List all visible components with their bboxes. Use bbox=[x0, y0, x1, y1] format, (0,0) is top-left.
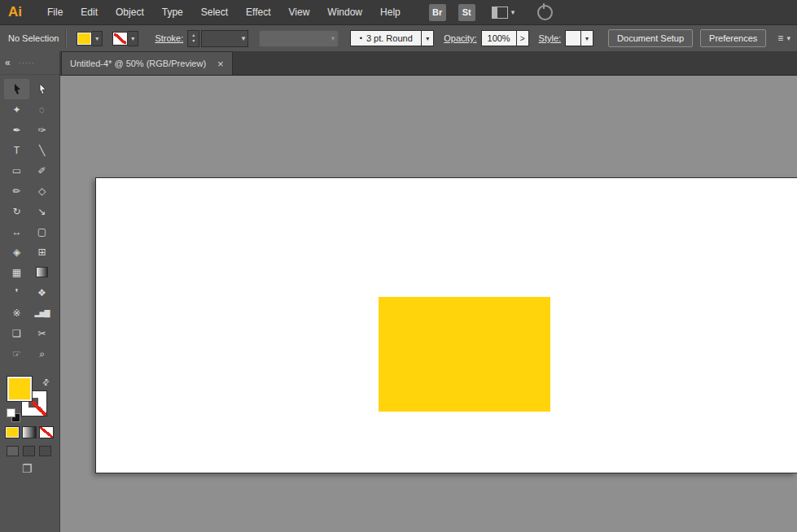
workspace-switcher-icon[interactable] bbox=[492, 7, 508, 19]
opacity-label[interactable]: Opacity: bbox=[444, 33, 476, 43]
column-graph-icon: ▂▅▇ bbox=[35, 309, 50, 317]
chevron-down-icon[interactable]: ▾ bbox=[511, 8, 515, 16]
menu-object[interactable]: Object bbox=[107, 0, 153, 24]
eyedropper-icon: ❜ bbox=[15, 287, 19, 299]
slice-tool[interactable]: ✂ bbox=[29, 323, 55, 343]
pen-tool[interactable]: ✒ bbox=[4, 120, 29, 140]
panel-flyout-icon[interactable]: ≡ ▾ bbox=[777, 33, 790, 44]
chevron-down-icon: ▾ bbox=[95, 35, 99, 42]
curvature-tool[interactable]: ✑ bbox=[29, 120, 55, 140]
style-label[interactable]: Style: bbox=[539, 33, 562, 43]
artboard-tool[interactable]: ❏ bbox=[4, 323, 29, 343]
opacity-input[interactable]: 100% bbox=[481, 30, 517, 46]
brush-definition-value: 3 pt. Round bbox=[366, 33, 413, 43]
menu-effect[interactable]: Effect bbox=[237, 0, 279, 24]
stepper-down-icon[interactable]: ▾ bbox=[192, 38, 195, 44]
perspective-grid-tool[interactable]: ⊞ bbox=[29, 242, 55, 262]
fill-proxy-swatch[interactable] bbox=[7, 376, 33, 402]
chevron-down-icon: ▾ bbox=[331, 34, 335, 42]
fill-color-swatch[interactable] bbox=[77, 32, 92, 46]
brush-definition-dropdown[interactable]: • 3 pt. Round bbox=[350, 30, 422, 46]
scale-icon: ↘ bbox=[37, 206, 46, 217]
direct-selection-tool[interactable] bbox=[29, 79, 55, 99]
gradient-tool[interactable] bbox=[29, 262, 55, 282]
type-icon: T bbox=[14, 145, 20, 156]
opacity-dropdown[interactable]: > bbox=[517, 30, 529, 46]
brush-definition-chevron[interactable]: ▾ bbox=[422, 30, 434, 46]
gradient-icon bbox=[36, 267, 48, 277]
mesh-tool[interactable]: ▦ bbox=[4, 262, 29, 282]
zoom-tool[interactable]: ⌕ bbox=[29, 343, 55, 364]
rotate-tool[interactable]: ↻ bbox=[4, 201, 29, 221]
color-mode-button[interactable] bbox=[5, 426, 20, 438]
stroke-weight-stepper[interactable]: ▴ ▾ bbox=[187, 30, 199, 47]
style-dropdown[interactable] bbox=[565, 30, 581, 46]
paintbrush-icon: ✐ bbox=[37, 165, 46, 177]
close-icon[interactable]: × bbox=[217, 59, 224, 69]
menu-file[interactable]: File bbox=[38, 0, 72, 24]
menu-help[interactable]: Help bbox=[371, 0, 409, 24]
width-tool[interactable]: ↔ bbox=[4, 221, 29, 242]
style-dropdown-chevron[interactable]: ▾ bbox=[581, 30, 593, 46]
menu-edit[interactable]: Edit bbox=[72, 0, 107, 24]
hand-icon: ☞ bbox=[12, 348, 21, 360]
lasso-tool[interactable]: ◌ bbox=[29, 99, 55, 120]
column-graph-tool[interactable]: ▂▅▇ bbox=[29, 303, 55, 323]
stepper-up-icon[interactable]: ▴ bbox=[192, 33, 195, 38]
gradient-mode-button[interactable] bbox=[22, 426, 37, 438]
fill-color-dropdown[interactable]: ▾ bbox=[92, 31, 103, 46]
menu-type[interactable]: Type bbox=[153, 0, 192, 24]
artboard-icon: ❏ bbox=[12, 328, 21, 339]
rectangle-tool[interactable]: ▭ bbox=[4, 160, 29, 181]
document-tab[interactable]: Untitled-4* @ 50% (RGB/Preview) × bbox=[61, 51, 233, 75]
shaper-tool[interactable]: ✏ bbox=[4, 181, 29, 201]
rotate-icon: ↻ bbox=[12, 206, 20, 217]
none-mode-button[interactable] bbox=[39, 426, 54, 438]
menu-select[interactable]: Select bbox=[192, 0, 237, 24]
blend-tool[interactable]: ❖ bbox=[29, 282, 55, 303]
control-bar: No Selection ▾ ▾ Stroke: ▴ ▾ ▾ ▾ • 3 pt.… bbox=[0, 25, 797, 52]
yellow-rectangle-shape[interactable] bbox=[379, 297, 550, 412]
line-segment-icon: ╲ bbox=[39, 145, 45, 156]
document-setup-button[interactable]: Document Setup bbox=[608, 29, 693, 47]
collapse-panel-icon[interactable]: « bbox=[5, 57, 11, 68]
bridge-button[interactable]: Br bbox=[429, 4, 446, 21]
type-tool[interactable]: T bbox=[4, 140, 29, 160]
stroke-weight-label[interactable]: Stroke: bbox=[155, 33, 183, 43]
draw-normal-button[interactable] bbox=[7, 446, 19, 456]
default-fill-stroke-icon[interactable] bbox=[7, 408, 21, 421]
chevron-down-icon: ▾ bbox=[131, 35, 134, 42]
sync-settings-icon[interactable] bbox=[537, 5, 553, 20]
selection-tool[interactable] bbox=[4, 79, 29, 99]
eraser-tool[interactable]: ◇ bbox=[29, 181, 55, 201]
divider bbox=[65, 29, 67, 47]
paintbrush-tool[interactable]: ✐ bbox=[29, 160, 55, 181]
lasso-icon: ◌ bbox=[39, 104, 45, 116]
menu-window[interactable]: Window bbox=[318, 0, 371, 24]
stock-button[interactable]: St bbox=[458, 4, 475, 21]
shape-builder-tool[interactable]: ◈ bbox=[4, 242, 29, 262]
chevron-down-icon: ▾ bbox=[426, 35, 429, 42]
hand-tool[interactable]: ☞ bbox=[4, 343, 29, 364]
preferences-button[interactable]: Preferences bbox=[700, 29, 766, 47]
chevron-down-icon: ▾ bbox=[242, 34, 246, 42]
stroke-color-swatch[interactable] bbox=[112, 32, 128, 46]
stroke-weight-dropdown[interactable]: ▾ bbox=[201, 30, 248, 47]
symbol-sprayer-tool[interactable]: ※ bbox=[4, 303, 29, 323]
eyedropper-tool[interactable]: ❜ bbox=[4, 282, 29, 303]
screen-mode-button[interactable]: ❐ bbox=[22, 462, 33, 475]
swap-fill-stroke-icon[interactable]: ⇄ bbox=[40, 377, 51, 388]
magic-wand-tool[interactable]: ✦ bbox=[4, 99, 29, 120]
free-transform-tool[interactable]: ▢ bbox=[29, 221, 55, 242]
line-segment-tool[interactable]: ╲ bbox=[29, 140, 55, 160]
zoom-icon: ⌕ bbox=[39, 348, 45, 360]
scale-tool[interactable]: ↘ bbox=[29, 201, 55, 221]
draw-behind-button[interactable] bbox=[23, 446, 35, 456]
menu-view[interactable]: View bbox=[280, 0, 319, 24]
slice-icon: ✂ bbox=[37, 328, 46, 339]
stroke-color-dropdown[interactable]: ▾ bbox=[128, 31, 138, 46]
tools-panel: « ····· ✦ ◌ ✒ ✑ T ╲ ▭ ✐ ✏ ◇ ↻ ↘ ↔ ▢ ◈ ⊞ … bbox=[0, 51, 60, 532]
variable-width-profile-dropdown[interactable]: ▾ bbox=[259, 30, 339, 47]
drag-grip-icon[interactable]: ····· bbox=[19, 59, 35, 67]
draw-inside-button[interactable] bbox=[39, 446, 51, 456]
